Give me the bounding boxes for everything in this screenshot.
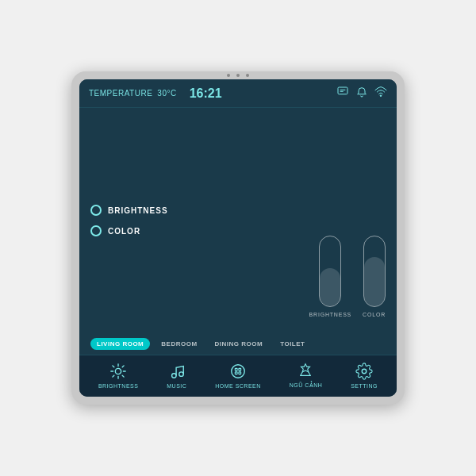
- svg-line-9: [113, 365, 114, 367]
- wifi-icon: [374, 86, 387, 101]
- temp-value: 30°C: [157, 89, 176, 98]
- nav-music-label: MUSIC: [167, 383, 186, 389]
- tab-toilet[interactable]: TOILET: [274, 338, 311, 350]
- svg-rect-18: [235, 371, 237, 374]
- header-icons: [336, 86, 387, 101]
- device-frame: TEMPERATURE 30°C 16:21: [71, 71, 405, 405]
- scene-icon: [297, 362, 314, 379]
- brightness-radio-circle: [90, 205, 102, 216]
- screen: TEMPERATURE 30°C 16:21: [79, 79, 397, 397]
- tab-bedroom[interactable]: BEDROOM: [155, 338, 203, 350]
- svg-point-3: [380, 95, 382, 97]
- svg-point-20: [362, 369, 367, 374]
- room-tabs: LIVING ROOM BEDROOM DINING ROOM TOILET: [79, 333, 397, 355]
- brightness-slider-container: BRIGHTNESS: [309, 236, 352, 317]
- left-controls: BRIGHTNESS COLOR: [90, 117, 301, 324]
- music-icon: [168, 363, 186, 380]
- gear-icon: [355, 363, 373, 380]
- color-slider-container: COLOR: [363, 236, 386, 317]
- svg-line-12: [113, 375, 114, 377]
- svg-line-10: [122, 375, 124, 377]
- brightness-radio-label: BRIGHTNESS: [108, 206, 168, 215]
- svg-rect-16: [235, 368, 237, 370]
- bottom-navigation: BRIGHTNESS MUSIC: [79, 355, 397, 397]
- brightness-slider-label: BRIGHTNESS: [309, 312, 352, 317]
- clock: 16:21: [190, 86, 222, 101]
- camera-dots: [227, 74, 249, 77]
- svg-rect-0: [338, 87, 347, 94]
- nav-brightness[interactable]: BRIGHTNESS: [98, 363, 139, 389]
- svg-point-13: [171, 373, 176, 378]
- dot-2: [236, 74, 240, 77]
- sliders-area: BRIGHTNESS COLOR: [309, 117, 386, 324]
- dot-1: [227, 74, 230, 77]
- color-slider[interactable]: [363, 236, 386, 307]
- nav-setting[interactable]: SETTING: [351, 363, 378, 389]
- sun-icon: [109, 363, 127, 380]
- color-radio-label: COLOR: [108, 227, 140, 236]
- nav-home-screen-label: HOME SCREEN: [215, 383, 261, 389]
- temp-label: TEMPERATURE: [89, 89, 152, 98]
- color-radio-circle: [90, 225, 102, 236]
- nav-music[interactable]: MUSIC: [167, 363, 186, 389]
- nav-setting-label: SETTING: [351, 383, 378, 389]
- brightness-fill: [320, 268, 340, 306]
- header-bar: TEMPERATURE 30°C 16:21: [79, 79, 397, 108]
- brightness-radio[interactable]: BRIGHTNESS: [90, 205, 301, 216]
- color-slider-label: COLOR: [363, 312, 386, 317]
- nav-scene[interactable]: NGŨ CẢNH: [290, 362, 323, 389]
- tab-living-room[interactable]: LIVING ROOM: [90, 338, 150, 350]
- main-content: BRIGHTNESS COLOR BRIGHTNESS: [79, 108, 397, 333]
- nav-brightness-label: BRIGHTNESS: [98, 383, 139, 389]
- brightness-slider[interactable]: [319, 236, 341, 307]
- bell-icon[interactable]: [355, 86, 368, 101]
- nav-scene-label: NGŨ CẢNH: [290, 382, 323, 389]
- svg-rect-17: [239, 368, 241, 370]
- tab-dining-room[interactable]: DINING ROOM: [209, 338, 270, 350]
- color-radio[interactable]: COLOR: [90, 225, 301, 236]
- color-fill: [364, 257, 385, 306]
- home-screen-icon: [229, 363, 247, 380]
- svg-point-14: [179, 371, 184, 376]
- dot-3: [246, 74, 249, 77]
- nav-home-screen[interactable]: HOME SCREEN: [215, 363, 261, 389]
- svg-point-4: [116, 368, 121, 374]
- svg-point-15: [232, 364, 245, 378]
- chat-icon[interactable]: [336, 86, 349, 101]
- svg-rect-19: [239, 371, 241, 374]
- svg-line-11: [122, 365, 124, 367]
